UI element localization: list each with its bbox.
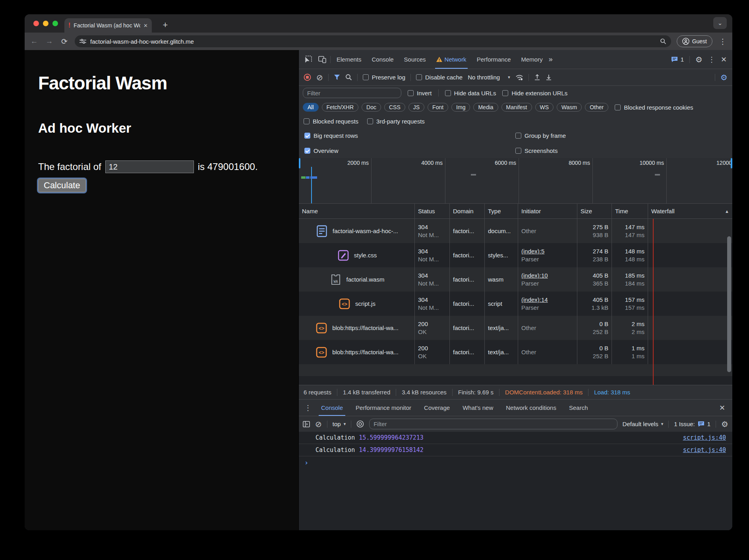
preserve-log-checkbox[interactable]: Preserve log xyxy=(363,74,405,81)
initiator-link[interactable]: (index):5 xyxy=(521,248,574,255)
live-expression-icon[interactable] xyxy=(356,420,364,428)
chip-font[interactable]: Font xyxy=(428,103,448,112)
tab-close-icon[interactable]: ✕ xyxy=(143,23,148,29)
console-message[interactable]: Calculation 15.599999964237213 script.js… xyxy=(299,432,732,444)
tab-elements[interactable]: Elements xyxy=(332,50,366,69)
more-tabs-icon[interactable]: » xyxy=(549,55,553,64)
devtools-menu-icon[interactable]: ⋮ xyxy=(708,55,715,64)
screenshots-checkbox[interactable]: Screenshots xyxy=(515,147,557,154)
invert-checkbox[interactable]: Invert xyxy=(408,90,432,97)
drawer-tab-search[interactable]: Search xyxy=(563,400,594,416)
blocked-requests-checkbox[interactable]: Blocked requests xyxy=(304,118,358,125)
third-party-requests-checkbox[interactable]: 3rd-party requests xyxy=(367,118,425,125)
issues-counter[interactable]: 1 xyxy=(671,56,684,63)
initiator-link[interactable]: (index):14 xyxy=(521,296,574,303)
profile-button[interactable]: Guest xyxy=(677,35,712,47)
network-conditions-icon[interactable] xyxy=(515,74,523,81)
col-status[interactable]: Status xyxy=(415,204,450,218)
overview-right-handle[interactable] xyxy=(731,158,732,168)
chip-js[interactable]: JS xyxy=(408,103,424,112)
maximize-window-button[interactable] xyxy=(52,21,58,26)
drawer-tab-whats-new[interactable]: What's new xyxy=(456,400,499,416)
devtools-settings-icon[interactable]: ⚙ xyxy=(695,55,703,64)
col-size[interactable]: Size xyxy=(577,204,612,218)
overview-left-handle[interactable] xyxy=(299,158,300,168)
browser-tab[interactable]: ! Factorial Wasm (ad hoc Work ✕ xyxy=(64,18,152,33)
chip-fetch-xhr[interactable]: Fetch/XHR xyxy=(322,103,358,112)
source-link[interactable]: script.js:40 xyxy=(683,434,726,441)
tab-network[interactable]: Network xyxy=(432,50,471,69)
console-filter-input[interactable] xyxy=(369,419,617,429)
table-row[interactable]: <>script.js 304Not M... factori... scrip… xyxy=(299,292,732,316)
import-har-icon[interactable] xyxy=(534,74,540,81)
chip-other[interactable]: Other xyxy=(585,103,608,112)
chip-all[interactable]: All xyxy=(303,103,319,112)
drawer-more-tools-icon[interactable]: ⋮ xyxy=(301,404,315,412)
drawer-tab-performance-monitor[interactable]: Performance monitor xyxy=(349,400,418,416)
console-prompt[interactable]: › xyxy=(299,456,732,469)
back-button[interactable]: ← xyxy=(29,37,39,46)
throttling-select[interactable]: No throttling ▾ xyxy=(468,74,510,81)
browser-menu-button[interactable]: ⋮ xyxy=(718,37,728,46)
source-link[interactable]: script.js:40 xyxy=(683,446,726,454)
chip-ws[interactable]: WS xyxy=(535,103,554,112)
console-sidebar-icon[interactable] xyxy=(303,421,310,427)
devtools-close-icon[interactable]: ✕ xyxy=(721,55,727,64)
new-tab-button[interactable]: + xyxy=(160,20,171,30)
filter-icon[interactable] xyxy=(334,74,340,80)
console-message[interactable]: Calculation 14.399999976158142 script.js… xyxy=(299,444,732,456)
network-settings-icon[interactable]: ⚙ xyxy=(720,73,728,82)
drawer-tab-coverage[interactable]: Coverage xyxy=(418,400,456,416)
table-row[interactable]: <>blob:https://factorial-wa... 200OK fac… xyxy=(299,316,732,340)
inspect-element-icon[interactable] xyxy=(302,56,314,63)
zoom-icon[interactable] xyxy=(660,38,666,44)
chip-media[interactable]: Media xyxy=(473,103,498,112)
group-by-frame-checkbox[interactable]: Group by frame xyxy=(515,132,566,139)
table-scrollbar[interactable] xyxy=(727,236,731,372)
table-row[interactable]: style.css 304Not M... factori... styles.… xyxy=(299,243,732,267)
window-controls[interactable] xyxy=(33,21,58,26)
search-icon[interactable] xyxy=(345,74,352,81)
col-name[interactable]: Name xyxy=(299,204,415,218)
device-toolbar-icon[interactable] xyxy=(316,56,329,63)
disable-cache-checkbox[interactable]: Disable cache xyxy=(416,74,463,81)
console-context-select[interactable]: top▾ xyxy=(333,421,346,427)
tab-search-button[interactable]: ⌄ xyxy=(713,17,727,29)
chip-img[interactable]: Img xyxy=(451,103,470,112)
clear-console-icon[interactable]: ⊘ xyxy=(315,419,322,429)
chip-wasm[interactable]: Wasm xyxy=(557,103,582,112)
chip-manifest[interactable]: Manifest xyxy=(501,103,532,112)
tab-memory[interactable]: Memory xyxy=(517,50,547,69)
chip-doc[interactable]: Doc xyxy=(362,103,381,112)
calculate-button[interactable]: Calculate xyxy=(38,179,86,192)
url-text[interactable]: factorial-wasm-ad-hoc-worker.glitch.me xyxy=(90,38,656,45)
forward-button[interactable]: → xyxy=(45,37,54,46)
default-levels-select[interactable]: Default levels▾ xyxy=(623,421,664,427)
col-domain[interactable]: Domain xyxy=(450,204,485,218)
address-bar[interactable]: factorial-wasm-ad-hoc-worker.glitch.me xyxy=(75,35,671,47)
reload-button[interactable]: ⟳ xyxy=(60,37,69,46)
drawer-tab-network-conditions[interactable]: Network conditions xyxy=(499,400,563,416)
table-row[interactable]: WAfactorial.wasm 304Not M... factori... … xyxy=(299,267,732,292)
hide-data-urls-checkbox[interactable]: Hide data URLs xyxy=(445,90,496,97)
site-settings-icon[interactable] xyxy=(79,39,86,44)
drawer-tab-console[interactable]: Console xyxy=(315,400,349,416)
clear-network-log-icon[interactable]: ⊘ xyxy=(316,73,323,82)
network-overview-timeline[interactable]: 2000 ms 4000 ms 6000 ms 8000 ms 10000 ms… xyxy=(299,158,732,204)
table-row[interactable]: <>blob:https://factorial-wa... 200OK fac… xyxy=(299,340,732,364)
record-network-log-icon[interactable] xyxy=(304,73,311,81)
drawer-close-icon[interactable]: ✕ xyxy=(719,404,730,412)
factorial-input[interactable] xyxy=(105,160,194,173)
col-type[interactable]: Type xyxy=(485,204,518,218)
network-filter-input[interactable] xyxy=(303,88,401,98)
chip-css[interactable]: CSS xyxy=(384,103,405,112)
tab-sources[interactable]: Sources xyxy=(400,50,430,69)
overview-checkbox[interactable]: Overview xyxy=(304,147,339,154)
table-row[interactable]: factorial-wasm-ad-hoc-... 304Not M... fa… xyxy=(299,219,732,243)
col-initiator[interactable]: Initiator xyxy=(518,204,577,218)
tab-performance[interactable]: Performance xyxy=(472,50,515,69)
console-issues-counter[interactable]: 1 Issue: 1 xyxy=(674,421,710,427)
blocked-response-cookies-checkbox[interactable]: Blocked response cookies xyxy=(615,104,693,111)
tab-console[interactable]: Console xyxy=(368,50,398,69)
close-window-button[interactable] xyxy=(33,21,39,26)
